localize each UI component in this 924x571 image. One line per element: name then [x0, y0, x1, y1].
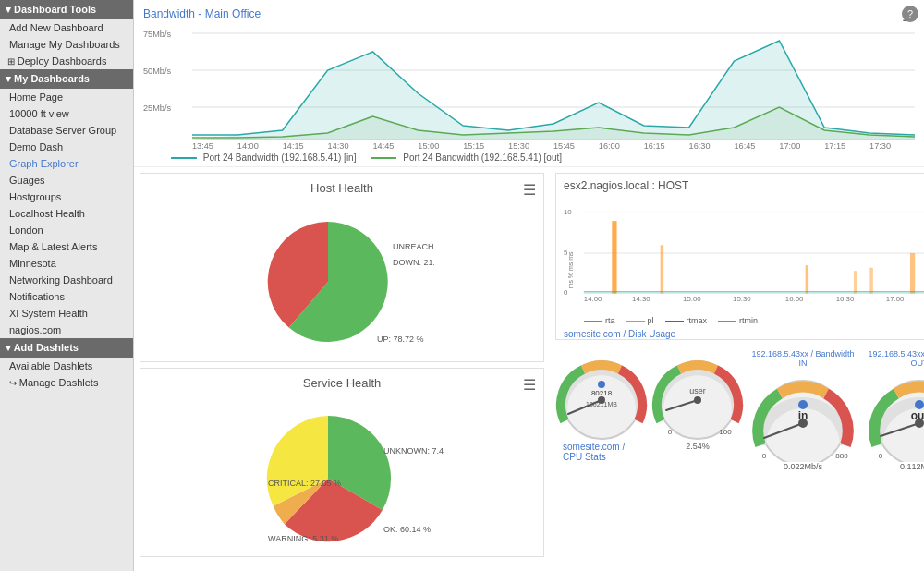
ok-label: OK: 60.14 %: [383, 525, 431, 534]
critical-label: CRITICAL: 27.05 %: [268, 479, 341, 488]
esx-legend-pl: pl: [626, 316, 654, 325]
x-label-1730: 17:30: [869, 141, 891, 149]
sidebar-item-localhost-health[interactable]: Localhost Health: [0, 205, 133, 222]
disk-usage-link[interactable]: somesite.com / Disk Usage: [556, 329, 924, 339]
esx-x-1600: 16:00: [785, 295, 804, 303]
sidebar: Dashboard Tools Add New Dashboard Manage…: [0, 0, 134, 571]
sidebar-item-london[interactable]: London: [0, 222, 133, 238]
host-health-panel: Host Health ☰: [140, 173, 544, 362]
x-label-1345: 13:45: [192, 141, 213, 149]
esx-legend-rtmax: rtmax: [665, 316, 708, 325]
sidebar-item-manage-my-dashboards[interactable]: Manage My Dashboards: [0, 36, 133, 53]
gauges-row: 80218 106211MB somesite.com / CPU Stats: [550, 346, 924, 475]
x-label-1530: 15:30: [508, 141, 529, 149]
bw-out-gauge-wrap: out 0 880 0.112Mb/s: [864, 370, 924, 471]
legend-in-line: [171, 157, 197, 159]
sidebar-my-dashboards-header[interactable]: My Dashboards: [0, 69, 133, 89]
x-label-1415: 14:15: [283, 141, 304, 149]
x-label-1630: 16:30: [689, 141, 711, 149]
service-health-pie-svg: UNKNOWN: 7.49 % CRITICAL: 27.05 % OK: 60…: [240, 403, 444, 551]
user-gauge-label: user: [689, 386, 706, 395]
main-content: ? Bandwidth - Main Office ☰ 75Mb/s 50Mb/…: [134, 0, 924, 571]
sidebar-item-database-server-group[interactable]: Database Server Group: [0, 122, 133, 139]
esx-spike-2: [661, 245, 663, 293]
cpu-gauge-wrap: 80218 106211MB somesite.com / CPU Stats: [555, 349, 648, 471]
esx-x-1400: 14:00: [584, 295, 602, 303]
x-label-1715: 17:15: [824, 141, 845, 149]
sidebar-item-add-new-dashboard[interactable]: Add New Dashboard: [0, 19, 133, 36]
y-label-50: 50Mb/s: [143, 67, 172, 76]
legend-in-item: Port 24 Bandwidth (192.168.5.41) [in]: [171, 152, 356, 163]
x-label-1430: 14:30: [328, 141, 349, 149]
esx-x-1530: 15:30: [733, 295, 751, 303]
bandwidth-section: Bandwidth - Main Office ☰ 75Mb/s 50Mb/s …: [134, 0, 924, 167]
legend-out-label: Port 24 Bandwidth (192.168.5.41) [out]: [403, 152, 562, 163]
sidebar-item-available-dashlets[interactable]: Available Dashlets: [0, 358, 133, 374]
x-label-1645: 16:45: [734, 141, 755, 149]
esx-chart-area: 10 5 0 ms % ms ms: [556, 194, 924, 314]
service-health-menu[interactable]: ☰: [523, 376, 536, 394]
bw-out-label: out: [911, 409, 924, 422]
sidebar-item-minnesota[interactable]: Minnesota: [0, 255, 133, 272]
sidebar-item-deploy-dashboards[interactable]: Deploy Dashboards: [0, 53, 133, 69]
sidebar-item-notifications[interactable]: Notifications: [0, 288, 133, 305]
bw-out-min: 0: [879, 452, 883, 460]
user-gauge-svg: user 0 100: [651, 349, 744, 442]
sidebar-item-graph-explorer[interactable]: Graph Explorer: [0, 155, 133, 172]
sidebar-item-guages[interactable]: Guages: [0, 172, 133, 188]
user-gauge-min: 0: [668, 428, 673, 436]
bw-in-max: 880: [835, 452, 848, 460]
host-health-pie-svg: UNREACHABLE: 0 % DOWN: 21.28 % UP: 78.72…: [249, 208, 434, 356]
bw-gauges: in 0 880 0.022Mb/s: [748, 370, 924, 471]
esx-legend-rtmin: rtmin: [718, 316, 758, 325]
cpu-gauge-svg: 80218 106211MB: [555, 349, 648, 442]
svg-point-12: [598, 381, 605, 388]
unreachable-label: UNREACHABLE: 0 %: [393, 242, 434, 251]
left-panels: Host Health ☰: [134, 167, 550, 563]
x-label-1615: 16:15: [644, 141, 665, 149]
esx-chart-svg: 10 5 0 ms % ms ms: [564, 198, 924, 309]
service-health-title: Service Health: [140, 369, 543, 394]
x-label-1400: 14:00: [237, 141, 259, 149]
sidebar-item-map-latest-alerts[interactable]: Map & Latest Alerts: [0, 238, 133, 255]
bw-in-title: 192.168.5.43xx / Bandwidth IN: [748, 349, 858, 368]
esx-spike-5: [869, 268, 872, 294]
sidebar-item-manage-dashlets[interactable]: Manage Dashlets: [0, 374, 133, 391]
right-panels: esx2.nagios.local : HOST ☰ 10 5 0 ms % m…: [550, 167, 924, 563]
sidebar-item-demo-dash[interactable]: Demo Dash: [0, 139, 133, 155]
host-health-title: Host Health: [140, 174, 543, 199]
sidebar-item-xi-system-health[interactable]: XI System Health: [0, 305, 133, 322]
bw-in-label: in: [798, 409, 808, 422]
bandwidth-chart: 75Mb/s 50Mb/s 25Mb/s 13:45 14:00 14:15 1…: [143, 24, 915, 149]
y-label-25: 25Mb/s: [143, 103, 172, 113]
help-button[interactable]: ?: [902, 6, 918, 22]
esx-legend-rta: rta: [584, 316, 615, 325]
esx-y-0: 0: [564, 288, 568, 297]
sidebar-item-networking-dashboard[interactable]: Networking Dashboard: [0, 272, 133, 288]
esx-legend: rta pl rtmax rtmin: [556, 314, 924, 329]
sidebar-tools-header[interactable]: Dashboard Tools: [0, 0, 133, 19]
x-label-1445: 14:45: [372, 141, 394, 149]
esx-x-1700: 17:00: [886, 295, 905, 303]
bandwidth-link[interactable]: Bandwidth - Main Office: [143, 7, 261, 20]
lower-panels: Host Health ☰: [134, 167, 924, 563]
warning-label: WARNING: 5.31 %: [268, 534, 338, 543]
esx-panel: esx2.nagios.local : HOST ☰ 10 5 0 ms % m…: [555, 173, 924, 340]
gauge-inner-label: 106211MB: [586, 401, 617, 407]
svg-point-23: [915, 400, 924, 409]
cpu-stats-link[interactable]: somesite.com / CPU Stats: [555, 442, 648, 462]
sidebar-add-dashlets-header[interactable]: Add Dashlets: [0, 338, 133, 358]
x-label-1500: 15:00: [418, 141, 439, 149]
unknown-label: UNKNOWN: 7.49 %: [383, 446, 444, 456]
sidebar-item-10000ft-view[interactable]: 10000 ft view: [0, 105, 133, 122]
up-label: UP: 78.72 %: [377, 334, 424, 344]
sidebar-item-home-page[interactable]: Home Page: [0, 89, 133, 105]
bandwidth-title: Bandwidth - Main Office: [143, 7, 915, 20]
x-label-1700: 17:00: [779, 141, 800, 149]
esx-spike-3: [806, 265, 808, 294]
host-health-menu[interactable]: ☰: [523, 181, 536, 199]
sidebar-item-hostgroups[interactable]: Hostgroups: [0, 188, 133, 205]
sidebar-item-nagios-com[interactable]: nagios.com: [0, 322, 133, 338]
user-gauge-value: 2.54%: [686, 442, 710, 451]
host-health-pie-container: UNREACHABLE: 0 % DOWN: 21.28 % UP: 78.72…: [140, 199, 543, 361]
